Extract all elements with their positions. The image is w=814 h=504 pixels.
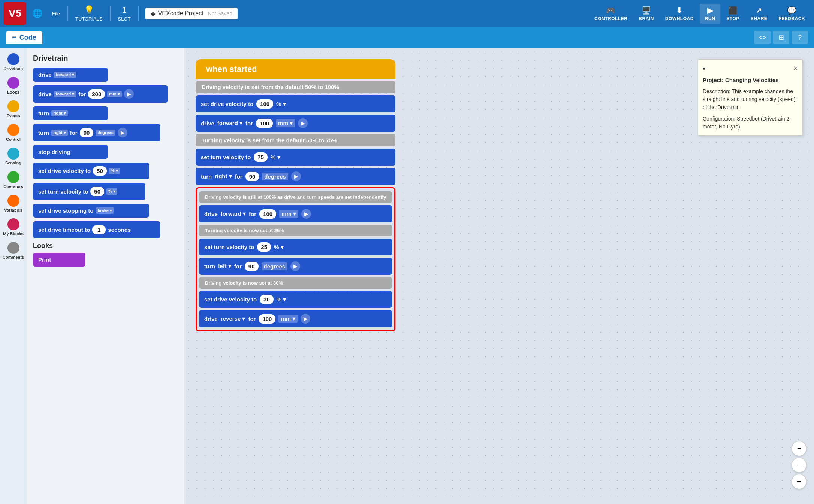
sidebar-item-comments[interactable]: Comments [1, 240, 25, 262]
comment-block-3: Driving velocity is still at 100% as dri… [199, 191, 392, 203]
slot-button[interactable]: 1 SLOT [114, 3, 135, 24]
cdf-fwd-drop1[interactable]: forward ▾ [217, 120, 242, 127]
sdv-val1[interactable]: 100 [256, 99, 273, 109]
controller-button[interactable]: 🎮 CONTROLLER [589, 4, 633, 24]
run-arrow1[interactable]: ▶ [124, 89, 134, 99]
stv-val1[interactable]: 75 [254, 152, 268, 162]
ctr-unit1[interactable]: degrees [262, 173, 288, 180]
set-drive-velocity-block[interactable]: set drive velocity to 50 % ▾ [33, 163, 149, 179]
ctl-val1[interactable]: 90 [245, 262, 259, 271]
ctr-right-drop1[interactable]: right ▾ [215, 173, 232, 180]
canvas-drive-fwd-2[interactable]: drive forward ▾ for 100 mm ▾ ▶ [199, 205, 392, 222]
drive-forward-block[interactable]: drive forward ▾ [33, 68, 108, 82]
canvas-set-drive-vel-1[interactable]: set drive velocity to 100 % ▾ [196, 95, 395, 112]
stv-val2[interactable]: 25 [257, 242, 271, 252]
right-dropdown1[interactable]: right ▾ [51, 110, 68, 116]
brake-dropdown[interactable]: brake ▾ [96, 207, 114, 214]
sidebar-item-myblocks[interactable]: My Blocks [1, 216, 25, 238]
help-icon: ? [798, 34, 802, 42]
cdf-arrow1[interactable]: ▶ [298, 118, 308, 128]
when-started-block[interactable]: when started [196, 59, 395, 79]
cdr-rev-drop1[interactable]: reverse ▾ [221, 315, 245, 322]
sdv-unit2[interactable]: % ▾ [277, 296, 286, 303]
print-block[interactable]: Print [33, 253, 85, 267]
cdf-unit1[interactable]: mm ▾ [276, 119, 295, 127]
sdv-val2[interactable]: 30 [260, 295, 274, 304]
sidebar-item-variables[interactable]: Variables [1, 192, 25, 215]
canvas-drive-rev-1[interactable]: drive reverse ▾ for 100 mm ▾ ▶ [199, 310, 392, 327]
cdf-unit2[interactable]: mm ▾ [279, 210, 298, 218]
right-dropdown2[interactable]: right ▾ [51, 130, 68, 136]
canvas-turn-left-1[interactable]: turn left ▾ for 90 degrees ▶ [199, 258, 392, 275]
sidebar-item-drivetrain[interactable]: Drivetrain [1, 51, 25, 73]
sensing-dot [7, 148, 19, 160]
seconds-label: seconds [108, 227, 131, 233]
stv-unit2[interactable]: % ▾ [274, 244, 284, 251]
forward-dropdown2[interactable]: forward ▾ [54, 91, 76, 97]
globe-nav-btn[interactable]: 🌐 [28, 6, 46, 21]
cdf-fwd-drop2[interactable]: forward ▾ [221, 210, 246, 217]
set-drive-stopping-block[interactable]: set drive stopping to brake ▾ [33, 204, 149, 218]
share-button[interactable]: ↗ SHARE [745, 4, 773, 24]
download-button[interactable]: ⬇ DOWNLOAD [660, 4, 699, 24]
drivetrain-dot [7, 53, 19, 65]
brain-button[interactable]: 🖥️ BRAIN [633, 4, 659, 24]
cdf-val1[interactable]: 100 [256, 119, 273, 128]
forward-dropdown[interactable]: forward ▾ [54, 72, 76, 78]
feedback-button[interactable]: 💬 FEEDBACK [773, 4, 810, 24]
help-button[interactable]: ? [792, 31, 808, 44]
stop-button[interactable]: ⬛ STOP [721, 4, 744, 24]
stv-unit1[interactable]: % ▾ [271, 154, 280, 161]
zoom-out-button[interactable]: − [792, 458, 807, 473]
sidebar-item-events[interactable]: Events [1, 98, 25, 120]
sidebar-item-operators[interactable]: Operators [1, 169, 25, 191]
cdr-arrow1[interactable]: ▶ [301, 314, 310, 324]
ctr-val1[interactable]: 90 [245, 172, 259, 181]
set-drive-timeout-block[interactable]: set drive timeout to 1 seconds [33, 221, 160, 238]
drive-vel-unit[interactable]: % ▾ [109, 168, 120, 174]
ctr-arrow1[interactable]: ▶ [291, 171, 301, 181]
run-arrow2[interactable]: ▶ [118, 128, 127, 137]
canvas-area[interactable]: when started Driving velocity is set fro… [184, 48, 814, 504]
note-configuration: Configuration: Speedbot (Drivetrain 2-mo… [703, 115, 798, 131]
turn-vel-value[interactable]: 50 [90, 187, 104, 196]
canvas-set-turn-vel-1[interactable]: set turn velocity to 75 % ▾ [196, 149, 395, 166]
timeout-value[interactable]: 1 [92, 225, 106, 234]
cdr-val1[interactable]: 100 [259, 314, 275, 324]
ctl-arrow1[interactable]: ▶ [290, 261, 300, 271]
ctl-unit1[interactable]: degrees [262, 262, 288, 270]
run-button[interactable]: ▶ RUN [700, 4, 721, 24]
code-tab[interactable]: ≡ Code [6, 31, 42, 44]
set-turn-velocity-block[interactable]: set turn velocity to 50 % ▾ [33, 183, 145, 200]
canvas-turn-right-1[interactable]: turn right ▾ for 90 degrees ▶ [196, 168, 395, 185]
nav-right-actions: 🎮 CONTROLLER 🖥️ BRAIN ⬇ DOWNLOAD ▶ RUN ⬛… [589, 4, 810, 24]
zoom-in-button[interactable]: + [792, 441, 807, 456]
canvas-set-drive-vel-2[interactable]: set drive velocity to 30 % ▾ [199, 291, 392, 308]
turn-right-degrees-block[interactable]: turn right ▾ for 90 degrees ▶ [33, 124, 160, 141]
cdr-unit1[interactable]: mm ▾ [278, 315, 298, 323]
sidebar-item-control[interactable]: Control [1, 122, 25, 144]
degrees-value-input[interactable]: 90 [80, 128, 94, 137]
drive-vel-value[interactable]: 50 [93, 166, 107, 176]
turn-vel-unit[interactable]: % ▾ [106, 188, 117, 195]
canvas-drive-fwd-1[interactable]: drive forward ▾ for 100 mm ▾ ▶ [196, 115, 395, 132]
file-button[interactable]: File [48, 9, 64, 19]
sidebar-item-sensing[interactable]: Sensing [1, 145, 25, 167]
stop-driving-block[interactable]: stop driving [33, 145, 108, 159]
turn-right-block[interactable]: turn right ▾ [33, 106, 108, 120]
mm-value-input[interactable]: 200 [88, 89, 105, 99]
sidebar-item-looks[interactable]: Looks [1, 75, 25, 97]
sdv-unit1[interactable]: % ▾ [276, 101, 286, 107]
cdf-val2[interactable]: 100 [259, 209, 276, 219]
grid-view-button[interactable]: ⊞ [773, 31, 789, 44]
tutorials-button[interactable]: 💡 TUTORIALS [72, 3, 106, 24]
note-close-button[interactable]: ✕ [793, 64, 798, 73]
view-code-button[interactable]: <> [754, 31, 771, 44]
drive-forward-mm-block[interactable]: drive forward ▾ for 200 mm ▾ ▶ [33, 85, 168, 103]
ctl-left-drop1[interactable]: left ▾ [218, 263, 231, 270]
mm-unit[interactable]: mm ▾ [107, 91, 122, 97]
degrees-unit[interactable]: degrees [96, 130, 115, 136]
cdf-arrow2[interactable]: ▶ [301, 209, 311, 219]
canvas-set-turn-vel-2[interactable]: set turn velocity to 25 % ▾ [199, 239, 392, 255]
zoom-menu-button[interactable]: ≡ [792, 474, 807, 489]
